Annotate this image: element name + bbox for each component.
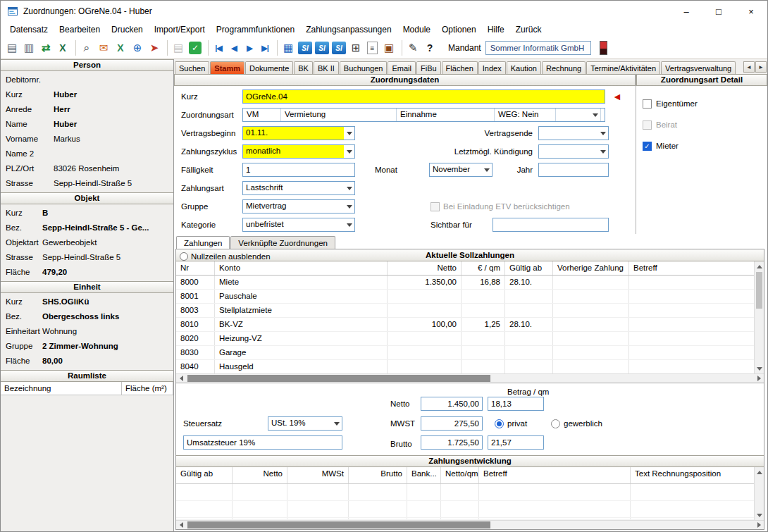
tab[interactable]: FiBu <box>416 61 441 74</box>
scroll-up-icon[interactable] <box>755 261 764 271</box>
search-icon[interactable]: ⌕ <box>78 40 95 56</box>
tab[interactable]: Vertragsverwaltung <box>661 61 736 74</box>
netto-qm-input[interactable] <box>488 397 544 411</box>
tab[interactable]: BK <box>294 61 313 74</box>
zuordnungsart-dropdown[interactable] <box>556 109 605 121</box>
kategorie-combo[interactable]: unbefristet <box>242 218 355 232</box>
scrollbar-thumb[interactable] <box>187 521 490 528</box>
tab[interactable]: Email <box>388 61 416 74</box>
menu-item[interactable]: Drucken <box>106 23 149 36</box>
menu-item[interactable]: Programmfunktionen <box>211 23 300 36</box>
scroll-right-icon[interactable] <box>754 374 764 383</box>
zahlungszyklus-combo[interactable]: monatlich <box>242 144 355 159</box>
privat-radio[interactable] <box>495 419 504 428</box>
minimize-button[interactable]: – <box>670 1 702 22</box>
column-header-mwst[interactable]: MWSt <box>287 467 349 483</box>
checkbox[interactable]: ✓ <box>643 142 652 151</box>
print-icon[interactable]: ▤ <box>4 40 20 56</box>
tab[interactable]: Suchen <box>175 61 209 74</box>
brutto-qm-input[interactable] <box>488 435 544 450</box>
menu-item[interactable]: Bearbeiten <box>54 23 106 36</box>
tab[interactable]: BK II <box>314 61 339 74</box>
column-header-flaeche[interactable]: Fläche (m²) <box>122 382 173 395</box>
mandant-select[interactable]: Sommer Informatik GmbH <box>485 41 591 55</box>
payment-tab[interactable]: Verknüpfte Zuordnungen <box>230 236 335 249</box>
column-header-vorherige-zahlung[interactable]: Vorherige Zahlung <box>553 261 629 275</box>
gewerblich-radio[interactable] <box>551 419 560 428</box>
menu-item[interactable]: Module <box>397 23 436 36</box>
checkbox[interactable] <box>643 99 652 109</box>
contacts-icon[interactable]: ▣ <box>380 40 397 56</box>
umsatzsteuer-input[interactable] <box>183 435 342 450</box>
monat-combo[interactable]: November <box>429 163 493 177</box>
column-header-gueltig-ab[interactable]: Gültig ab <box>176 467 233 483</box>
steuersatz-combo[interactable]: USt. 19% <box>268 416 342 431</box>
menu-item[interactable]: Optionen <box>436 23 482 36</box>
kurz-input[interactable] <box>242 89 605 104</box>
sollzahlungen-row[interactable]: 8010 BK-VZ 100,00 1,25 28.10. <box>176 318 754 332</box>
scrollbar-thumb[interactable] <box>756 272 762 309</box>
exit-icon[interactable] <box>600 41 607 55</box>
first-record-icon[interactable]: |◀ <box>211 40 226 56</box>
tab[interactable]: Stamm <box>210 61 244 74</box>
mail-icon[interactable]: ✉ <box>95 40 112 56</box>
vertragsende-combo[interactable] <box>538 126 609 140</box>
kuendigung-combo[interactable] <box>538 144 609 159</box>
menu-item[interactable]: Import/Export <box>149 23 211 36</box>
column-header-bank[interactable]: Bank... <box>407 467 441 483</box>
excel-import-icon[interactable]: X <box>112 40 129 56</box>
faelligkeit-input[interactable] <box>242 163 355 177</box>
document-icon[interactable]: ≡ <box>367 42 378 54</box>
pencil-icon[interactable]: ✎ <box>404 40 421 56</box>
column-header-qm[interactable]: € / qm <box>462 261 505 275</box>
zuordnungsart-combo[interactable]: VM Vermietung Einnahme WEG: Nein <box>242 108 605 122</box>
menu-item[interactable]: Zurück <box>510 23 547 36</box>
scroll-left-icon[interactable] <box>176 374 186 383</box>
scrollbar-track[interactable] <box>755 477 764 510</box>
print-disabled-icon[interactable]: ▤ <box>170 40 187 56</box>
tab[interactable]: Flächen <box>442 61 478 74</box>
send-icon[interactable]: ➤ <box>146 40 163 56</box>
si-module-icon[interactable]: SI <box>298 42 312 54</box>
menu-item[interactable]: Zahlungsanpassungen <box>300 23 397 36</box>
sollzahlungen-row[interactable]: 8020 Heizung-VZ <box>176 332 754 346</box>
scroll-down-icon[interactable] <box>755 364 764 373</box>
tab[interactable]: Kaution <box>507 61 541 74</box>
mwst-input[interactable] <box>421 416 483 431</box>
jahr-input[interactable] <box>538 163 609 177</box>
sollzahlungen-row[interactable]: 8030 Garage <box>176 346 754 360</box>
sollzahlungen-row[interactable]: 8000 Miete 1.350,00 16,88 28.10. <box>176 276 754 290</box>
column-header-nr[interactable]: Nr <box>176 261 215 275</box>
sollzahlungen-row[interactable]: 8040 Hausgeld <box>176 360 754 373</box>
scroll-down-icon[interactable] <box>755 510 764 520</box>
zahlungsentwicklung-horizontal-scrollbar[interactable] <box>176 520 764 529</box>
brutto-input[interactable] <box>421 435 483 450</box>
sollzahlungen-horizontal-scrollbar[interactable] <box>176 373 764 383</box>
gruppe-combo[interactable]: Mietvertrag <box>242 199 355 214</box>
goto-record-icon[interactable]: ◄ <box>612 89 622 104</box>
web-icon[interactable]: ⊕ <box>129 40 146 56</box>
tab-scroll-right-icon[interactable]: ► <box>755 61 767 73</box>
shield-icon[interactable]: ✓ <box>189 42 202 54</box>
next-record-icon[interactable]: ▶ <box>242 40 257 56</box>
tab[interactable]: Termine/Aktivitäten <box>586 61 660 74</box>
menu-item[interactable]: Hilfe <box>482 23 510 36</box>
si-module-icon[interactable]: SI <box>315 42 329 54</box>
scrollbar-track[interactable] <box>755 309 764 364</box>
column-header-gueltig-ab[interactable]: Gültig ab <box>505 261 553 275</box>
scroll-up-icon[interactable] <box>755 467 764 477</box>
maximize-button[interactable]: □ <box>702 1 735 22</box>
vertragsbeginn-combo[interactable]: 01.11. <box>242 126 355 140</box>
column-header-konto[interactable]: Konto <box>215 261 388 275</box>
column-header-bezeichnung[interactable]: Bezeichnung <box>1 382 122 395</box>
last-record-icon[interactable]: ▶| <box>257 40 273 56</box>
zahlungsentwicklung-vertical-scrollbar[interactable] <box>754 467 764 520</box>
tab-scroll-left-icon[interactable]: ◄ <box>743 61 755 73</box>
scroll-left-icon[interactable] <box>176 521 186 529</box>
sollzahlungen-vertical-scrollbar[interactable] <box>754 261 764 373</box>
si-module-icon[interactable]: SI <box>332 42 346 54</box>
help-icon[interactable]: ? <box>421 40 438 56</box>
sollzahlungen-row[interactable]: 8001 Pauschale <box>176 290 754 304</box>
tab[interactable]: Rechnung <box>542 61 586 74</box>
column-header-text-rechnungsposition[interactable]: Text Rechnungsposition <box>631 467 754 483</box>
